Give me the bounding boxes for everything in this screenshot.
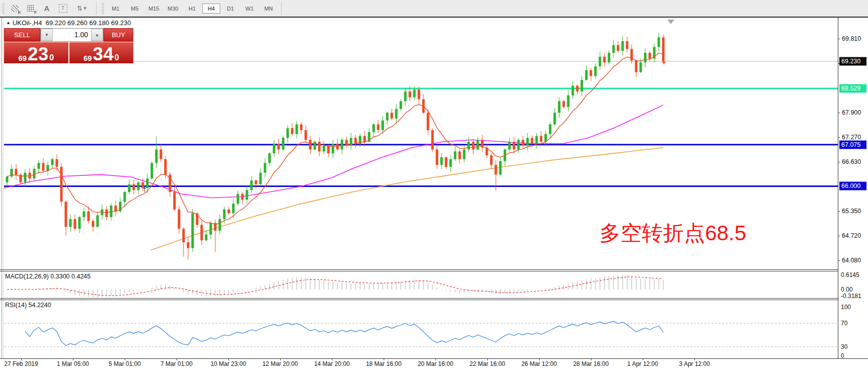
time-tick-label: 12 Mar 20:00 [263, 360, 298, 367]
candle-body [635, 60, 638, 72]
price-tick-mark [838, 162, 840, 162]
volume-increase-button[interactable]: ▲ [91, 29, 103, 41]
candle-body [468, 142, 470, 149]
candle-body [38, 163, 40, 169]
candle-body [463, 149, 466, 159]
time-tick-label: 18 Mar 16:00 [366, 360, 402, 367]
candle-body [567, 96, 570, 107]
candle-body [146, 178, 149, 188]
window-left-border-inner [3, 18, 4, 358]
indicators-hatch-icon[interactable]: E [8, 3, 21, 15]
candle-body [626, 41, 629, 49]
candle-body [631, 49, 633, 60]
grid-icon[interactable]: F [24, 3, 37, 15]
volume-decrease-button[interactable]: ▼ [41, 29, 53, 41]
text-box-icon[interactable]: T [56, 3, 69, 15]
buy-button[interactable]: BUY [104, 28, 133, 42]
candle-body [373, 124, 375, 132]
candle-body [427, 113, 429, 130]
time-tick-label: 27 Feb 2019 [4, 360, 38, 367]
candle-body [608, 53, 611, 62]
timeframe-button-m5[interactable]: M5 [126, 4, 144, 14]
candle-body [558, 101, 561, 113]
rsi-axis-label: 0 [841, 352, 844, 359]
chevron-down-icon: ▼ [83, 6, 87, 11]
candle-body [418, 89, 420, 99]
candle-body [78, 217, 81, 229]
buy-price-box[interactable]: 69 34 0 [68, 42, 134, 63]
pane-separator[interactable] [0, 269, 838, 270]
scroll-to-end-arrow-icon[interactable] [667, 20, 674, 24]
price-tick-label: 66.630 [842, 158, 861, 165]
pane-separator[interactable] [0, 271, 838, 271]
buy-price-major: 69 [83, 54, 92, 62]
timeframe-button-mn[interactable]: MN [259, 4, 278, 14]
candle-body [282, 138, 285, 149]
sell-button[interactable]: SELL [4, 28, 40, 42]
candle-body [24, 173, 27, 182]
candle-body [6, 176, 9, 182]
timeframe-button-m1[interactable]: M1 [107, 4, 125, 14]
time-tick-label: 14 Mar 20:00 [314, 360, 350, 367]
buy-price-point: 0 [115, 54, 119, 62]
candle-body [192, 213, 194, 248]
cursor-mode-icon[interactable]: ⇅ ▼ [72, 3, 92, 15]
time-tick-label: 7 Mar 01:00 [160, 360, 193, 367]
candle-body [540, 136, 543, 142]
timeframe-button-w1[interactable]: W1 [240, 4, 258, 14]
toolbar-drag-handle[interactable] [2, 3, 5, 14]
candle-body [341, 140, 343, 149]
price-tick-mark [838, 113, 840, 113]
candle-body [287, 128, 289, 138]
pane-separator[interactable] [0, 300, 838, 300]
pane-separator[interactable] [0, 298, 838, 299]
timeframe-button-m15[interactable]: M15 [145, 4, 163, 14]
price-tick-mark [838, 211, 840, 212]
toolbar-drag-handle[interactable] [102, 3, 104, 14]
candle-body [60, 167, 63, 202]
icon-sub-label: E [18, 10, 21, 15]
candle-body [400, 101, 402, 109]
timeframe-button-h1[interactable]: H1 [183, 4, 201, 14]
time-axis-border [0, 358, 868, 359]
time-tick-label: 5 Mar 01:00 [109, 360, 141, 367]
time-tick-label: 3 Apr 12:00 [679, 360, 710, 367]
time-tick-label: 26 Mar 12:00 [522, 360, 557, 367]
timeframe-button-h4[interactable]: H4 [202, 4, 220, 14]
candle-body [88, 211, 90, 221]
candle-body [531, 138, 534, 144]
candle-body [622, 41, 624, 51]
volume-input[interactable]: 1.00 [53, 29, 91, 41]
candle-body [431, 130, 434, 149]
candle-body [264, 163, 267, 172]
candle-body [69, 219, 72, 227]
sell-price-box[interactable]: 69 23 0 [4, 42, 68, 63]
letter-a-glyph: A [44, 4, 50, 13]
candle-body [232, 204, 235, 213]
text-label-icon[interactable]: A [40, 3, 53, 15]
macd-label: MACD(12,26,9) 0.3300 0.4245 [5, 273, 91, 280]
hatch-glyph [11, 5, 19, 12]
timeframe-button-d1[interactable]: D1 [221, 4, 239, 14]
candle-body [259, 173, 262, 184]
ma-slow-line [151, 148, 663, 250]
candle-body [599, 57, 601, 66]
candle-body [155, 149, 158, 163]
candle-body [273, 144, 276, 153]
candle-body [323, 146, 325, 152]
candle-body [56, 159, 58, 167]
candle-body [576, 85, 579, 91]
candle-body [572, 85, 574, 95]
price-tick-mark [838, 39, 840, 39]
candle-body [581, 80, 583, 91]
timeframe-button-m30[interactable]: M30 [164, 4, 182, 14]
candle-body [83, 211, 85, 217]
candle-body [445, 157, 448, 167]
candle-body [173, 192, 176, 210]
candle-body [613, 45, 615, 53]
candle-body [441, 157, 443, 165]
price-axis-border [838, 18, 838, 359]
candle-body [364, 136, 366, 142]
candle-body [278, 144, 280, 150]
candle-body [133, 184, 135, 191]
